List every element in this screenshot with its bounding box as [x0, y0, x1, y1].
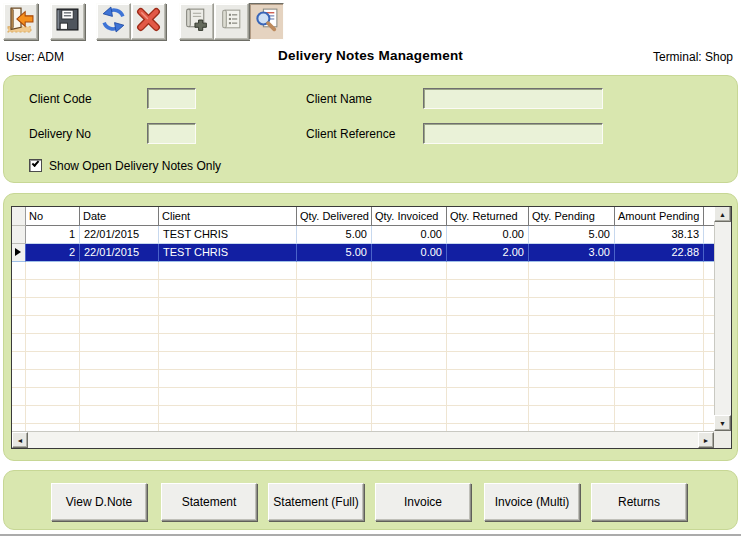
scroll-right-button[interactable]: ► — [698, 432, 714, 448]
refresh-icon — [100, 6, 127, 37]
statement-full-button[interactable]: Statement (Full) — [268, 483, 364, 521]
row-selector-cell[interactable] — [12, 244, 26, 262]
cell-amount-pending[interactable]: 38.13 — [615, 226, 704, 244]
cell-filler — [704, 244, 714, 262]
cell-qty-invoiced[interactable]: 0.00 — [372, 244, 447, 262]
cell-amount-pending[interactable]: 22.88 — [615, 244, 704, 262]
column-header-filler — [704, 207, 714, 226]
grid-header-row: No Date Client Qty. Delivered Qty. Invoi… — [12, 207, 714, 226]
delivery-notes-grid: No Date Client Qty. Delivered Qty. Invoi… — [11, 206, 732, 449]
show-open-label: Show Open Delivery Notes Only — [49, 159, 221, 173]
gridline — [79, 262, 80, 431]
cell-qty-invoiced[interactable]: 0.00 — [372, 226, 447, 244]
column-header-date[interactable]: Date — [80, 207, 159, 226]
header-band: User: ADM Delivery Notes Management Term… — [0, 45, 741, 71]
terminal-label: Terminal: Shop — [653, 50, 733, 64]
cell-client[interactable]: TEST CHRIS — [159, 226, 297, 244]
gridline — [371, 262, 372, 431]
statement-button[interactable]: Statement — [161, 483, 257, 521]
grid-empty-rows — [12, 262, 714, 431]
arrow-down-icon: ▼ — [719, 420, 726, 427]
column-header-client[interactable]: Client — [159, 207, 297, 226]
column-header-no[interactable]: No — [26, 207, 80, 226]
gridline — [614, 262, 615, 431]
column-header-qty-delivered[interactable]: Qty. Delivered — [297, 207, 372, 226]
exit-button[interactable] — [3, 3, 38, 40]
filter-panel: Client Code Client Name Delivery No Clie… — [3, 75, 738, 183]
cell-qty-pending[interactable]: 5.00 — [529, 226, 615, 244]
delivery-no-label: Delivery No — [29, 127, 91, 141]
cell-date[interactable]: 22/01/2015 — [80, 226, 159, 244]
gridline — [446, 262, 447, 431]
action-panel: View D.Note Statement Statement (Full) I… — [3, 470, 738, 530]
gridline — [528, 262, 529, 431]
cell-qty-returned[interactable]: 0.00 — [447, 226, 529, 244]
arrow-right-icon: ► — [703, 437, 710, 444]
column-header-qty-invoiced[interactable]: Qty. Invoiced — [372, 207, 447, 226]
check-icon — [32, 159, 40, 167]
gridline — [25, 262, 26, 431]
delivery-no-input[interactable] — [147, 123, 196, 144]
column-header-amount-pending[interactable]: Amount Pending — [615, 207, 704, 226]
arrow-up-icon: ▲ — [719, 211, 726, 218]
client-code-label: Client Code — [29, 92, 92, 106]
delete-x-icon — [135, 6, 162, 37]
cell-filler — [704, 226, 714, 244]
cell-qty-returned[interactable]: 2.00 — [447, 244, 529, 262]
cell-qty-pending[interactable]: 3.00 — [529, 244, 615, 262]
invoice-multi-button[interactable]: Invoice (Multi) — [484, 483, 580, 521]
gridline — [703, 262, 704, 431]
bottom-divider — [0, 534, 741, 536]
note-add-icon — [183, 6, 210, 37]
cell-no[interactable]: 2 — [26, 244, 80, 262]
scroll-up-button[interactable]: ▲ — [714, 206, 731, 222]
column-header-qty-returned[interactable]: Qty. Returned — [447, 207, 529, 226]
save-floppy-icon — [54, 6, 81, 37]
page-title: Delivery Notes Management — [0, 48, 741, 63]
gridline — [158, 262, 159, 431]
scroll-down-button[interactable]: ▼ — [714, 415, 731, 431]
show-open-checkbox[interactable] — [29, 159, 42, 172]
cell-qty-delivered[interactable]: 5.00 — [297, 226, 372, 244]
gridline — [296, 262, 297, 431]
client-name-input[interactable] — [423, 88, 603, 109]
view-dnote-button[interactable]: View D.Note — [51, 483, 147, 521]
vertical-scrollbar[interactable]: ▲ ▼ — [714, 207, 731, 431]
current-row-arrow-icon — [15, 248, 21, 256]
delivery-notes-window: User: ADM Delivery Notes Management Term… — [0, 0, 741, 537]
note-detail-button[interactable] — [214, 3, 249, 40]
grid-panel: No Date Client Qty. Delivered Qty. Invoi… — [3, 193, 738, 461]
refresh-button[interactable] — [96, 3, 131, 40]
selector-header-cell — [12, 207, 26, 226]
column-header-qty-pending[interactable]: Qty. Pending — [529, 207, 615, 226]
delete-button[interactable] — [131, 3, 166, 40]
returns-button[interactable]: Returns — [591, 483, 687, 521]
note-search-icon — [253, 6, 280, 37]
cell-client[interactable]: TEST CHRIS — [159, 244, 297, 262]
table-row[interactable]: 1 22/01/2015 TEST CHRIS 5.00 0.00 0.00 5… — [12, 226, 714, 244]
client-name-label: Client Name — [306, 92, 372, 106]
note-lines-icon — [218, 6, 245, 37]
note-search-button[interactable] — [249, 3, 284, 40]
row-selector-cell[interactable] — [12, 226, 26, 244]
client-reference-label: Client Reference — [306, 127, 395, 141]
invoice-button[interactable]: Invoice — [375, 483, 471, 521]
table-row-selected[interactable]: 2 22/01/2015 TEST CHRIS 5.00 0.00 2.00 3… — [12, 244, 714, 262]
cell-no[interactable]: 1 — [26, 226, 80, 244]
horizontal-scrollbar[interactable]: ◄ ► — [12, 431, 714, 448]
save-button[interactable] — [50, 3, 85, 40]
client-code-input[interactable] — [147, 88, 196, 109]
scrollbar-corner — [714, 431, 731, 448]
cell-qty-delivered[interactable]: 5.00 — [297, 244, 372, 262]
arrow-left-icon: ◄ — [17, 437, 24, 444]
exit-door-icon — [7, 6, 34, 37]
scroll-left-button[interactable]: ◄ — [12, 432, 28, 448]
client-reference-input[interactable] — [423, 123, 603, 144]
cell-date[interactable]: 22/01/2015 — [80, 244, 159, 262]
note-add-button[interactable] — [179, 3, 214, 40]
